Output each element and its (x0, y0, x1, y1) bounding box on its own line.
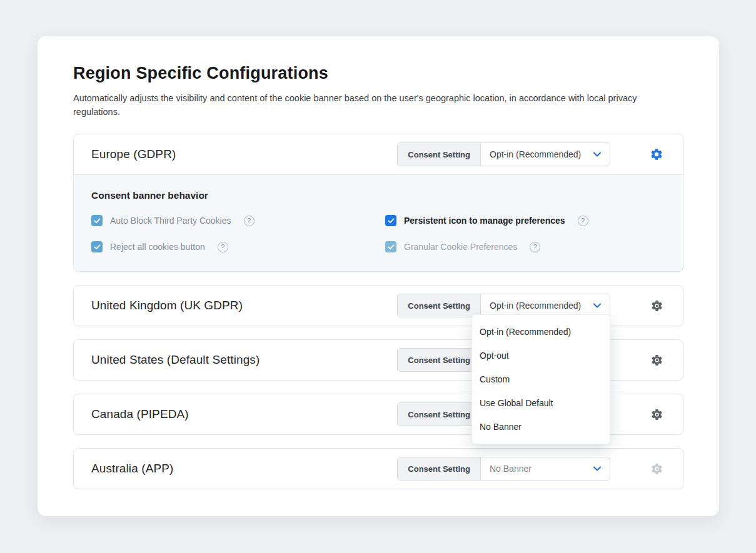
consent-setting-control: Consent Setting Opt-in (Recommended) (397, 142, 610, 166)
checkbox-checked-icon[interactable] (385, 215, 396, 226)
region-name: United Kingdom (UK GDPR) (91, 299, 243, 312)
help-icon[interactable]: ? (530, 242, 540, 252)
checkbox-checked-icon[interactable] (91, 215, 103, 226)
settings-gear-icon[interactable] (649, 299, 664, 312)
page-background: Region Specific Configurations Automatic… (0, 0, 756, 553)
consent-banner-behavior-panel: Consent banner behavior Auto Block Third… (74, 174, 683, 271)
checkbox-label: Reject all cookies button (110, 242, 205, 252)
checkbox-checked-icon[interactable] (91, 241, 103, 252)
region-config-card: Region Specific Configurations Automatic… (38, 36, 719, 516)
chevron-down-icon[interactable] (593, 303, 601, 308)
checkbox-label: Granular Cookie Preferences (404, 242, 517, 252)
region-list: Europe (GDPR) Consent Setting Opt-in (Re… (73, 134, 683, 489)
settings-gear-icon[interactable] (649, 147, 664, 161)
consent-setting-dropdown[interactable]: Opt-in (Recommended) (481, 143, 610, 166)
region-name: Canada (PIPEDA) (91, 407, 189, 421)
menu-item-opt-out[interactable]: Opt-out (472, 344, 610, 367)
help-icon[interactable]: ? (218, 242, 228, 252)
checkbox-reject-all-cookies[interactable]: Reject all cookies button ? (91, 241, 385, 252)
consent-setting-control: Consent Setting Opt-in (Recommended) Opt… (397, 294, 610, 317)
page-title: Region Specific Configurations (73, 64, 683, 83)
consent-setting-label: Consent Setting (398, 349, 481, 371)
chevron-down-icon[interactable] (593, 466, 601, 471)
region-header-united-kingdom[interactable]: United Kingdom (UK GDPR) Consent Setting… (74, 286, 683, 326)
page-description: Automatically adjusts the visibility and… (73, 91, 668, 119)
menu-item-use-global-default[interactable]: Use Global Default (472, 391, 610, 415)
region-name: Australia (APP) (91, 462, 173, 476)
consent-setting-label: Consent Setting (398, 294, 481, 317)
region-block-europe: Europe (GDPR) Consent Setting Opt-in (Re… (73, 134, 683, 272)
region-header-australia[interactable]: Australia (APP) Consent Setting No Banne… (74, 449, 683, 489)
region-block-united-kingdom: United Kingdom (UK GDPR) Consent Setting… (73, 285, 683, 326)
checkbox-label: Auto Block Third Party Cookies (110, 216, 231, 226)
region-block-australia: Australia (APP) Consent Setting No Banne… (73, 448, 683, 489)
checkbox-checked-icon[interactable] (385, 241, 396, 252)
consent-setting-label: Consent Setting (398, 457, 481, 480)
consent-setting-value: Opt-in (Recommended) (490, 301, 581, 311)
settings-gear-icon[interactable] (649, 354, 664, 367)
consent-setting-value: Opt-in (Recommended) (490, 149, 581, 159)
panel-heading: Consent banner behavior (91, 190, 665, 201)
consent-setting-dropdown[interactable]: Opt-in (Recommended) (481, 294, 610, 317)
checkbox-grid: Auto Block Third Party Cookies ? Persist… (91, 215, 665, 252)
help-icon[interactable]: ? (578, 216, 588, 226)
checkbox-persistent-icon[interactable]: Persistent icon to manage preferences ? (385, 215, 665, 226)
checkbox-granular-preferences[interactable]: Granular Cookie Preferences ? (385, 241, 665, 252)
menu-item-opt-in-recommended[interactable]: Opt-in (Recommended) (472, 320, 610, 344)
consent-setting-control: Consent Setting No Banner (397, 457, 610, 481)
chevron-down-icon[interactable] (593, 152, 601, 157)
settings-gear-icon[interactable] (649, 408, 664, 421)
settings-gear-icon (649, 462, 664, 476)
consent-setting-label: Consent Setting (398, 143, 481, 166)
menu-item-custom[interactable]: Custom (472, 367, 610, 391)
checkbox-label: Persistent icon to manage preferences (404, 216, 565, 226)
region-header-europe[interactable]: Europe (GDPR) Consent Setting Opt-in (Re… (74, 134, 683, 174)
consent-setting-dropdown[interactable]: No Banner (481, 457, 610, 480)
consent-setting-label: Consent Setting (398, 403, 481, 426)
help-icon[interactable]: ? (244, 216, 255, 226)
region-name: Europe (GDPR) (91, 147, 176, 161)
region-name: United States (Default Settings) (91, 353, 260, 367)
consent-setting-value: No Banner (490, 464, 532, 474)
checkbox-auto-block-third-party[interactable]: Auto Block Third Party Cookies ? (91, 215, 385, 226)
consent-setting-open-menu: Opt-in (Recommended) Opt-out Custom Use … (471, 314, 610, 444)
menu-item-no-banner[interactable]: No Banner (472, 415, 610, 439)
